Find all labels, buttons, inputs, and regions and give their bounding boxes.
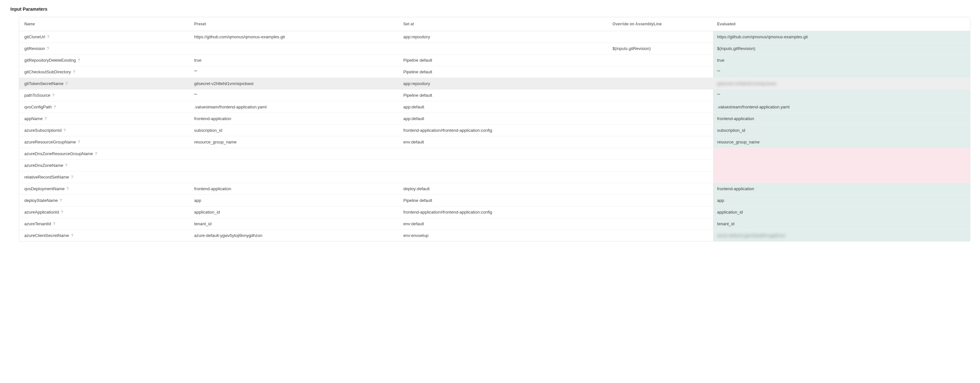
cell-name: gitTokenSecretName?	[19, 78, 190, 89]
table-header-row: Name Preset Set at Override on AssemblyL…	[19, 17, 970, 31]
parameters-table-wrapper: Name Preset Set at Override on AssemblyL…	[19, 17, 970, 241]
cell-name: gitCheckoutSubDirectory?	[19, 66, 190, 78]
cell-preset: app	[190, 195, 399, 206]
help-icon[interactable]: ?	[71, 233, 73, 238]
table-row: azureSubscriptionId?subscription_idfront…	[19, 124, 970, 136]
cell-evaluated	[713, 148, 970, 160]
cell-setat: Pipeline default	[399, 89, 609, 101]
cell-name: azureTenantId?	[19, 218, 190, 230]
cell-preset: frontend-application	[190, 183, 399, 195]
cell-setat: frontend-application#frontend-applicatio…	[399, 206, 609, 218]
cell-preset: https://github.com/qmonus/qmonus-example…	[190, 31, 399, 43]
help-icon[interactable]: ?	[45, 116, 47, 121]
cell-preset: true	[190, 54, 399, 66]
cell-name: appName?	[19, 113, 190, 124]
help-icon[interactable]: ?	[73, 70, 75, 74]
param-name: azureTenantId	[24, 221, 51, 226]
help-icon[interactable]: ?	[71, 175, 73, 179]
cell-name: gitRepositoryDeleteExisting?	[19, 54, 190, 66]
cell-override	[609, 66, 713, 78]
param-name: relativeRecordSetName	[24, 175, 69, 179]
col-header-preset: Preset	[190, 17, 399, 31]
param-name: qvsDeploymentName	[24, 186, 65, 191]
cell-override	[609, 113, 713, 124]
param-name: azureSubscriptionId	[24, 128, 62, 133]
cell-name: gitRevision?	[19, 43, 190, 54]
help-icon[interactable]: ?	[78, 58, 80, 63]
cell-override	[609, 31, 713, 43]
cell-setat: app:repository	[399, 31, 609, 43]
table-row: azureDnsZoneName?	[19, 160, 970, 171]
cell-override	[609, 230, 713, 241]
help-icon[interactable]: ?	[54, 105, 56, 109]
cell-override	[609, 218, 713, 230]
cell-preset	[190, 171, 399, 183]
evaluated-value: ""	[717, 93, 720, 98]
cell-preset	[190, 148, 399, 160]
help-icon[interactable]: ?	[67, 187, 69, 191]
param-name: appName	[24, 116, 43, 121]
cell-preset: ""	[190, 89, 399, 101]
cell-override	[609, 195, 713, 206]
cell-evaluated	[713, 171, 970, 183]
cell-name: azureApplicationId?	[19, 206, 190, 218]
help-icon[interactable]: ?	[64, 128, 66, 133]
help-icon[interactable]: ?	[78, 140, 80, 144]
cell-override	[609, 160, 713, 171]
param-name: azureDnsZoneResourceGroupName	[24, 151, 93, 156]
help-icon[interactable]: ?	[65, 163, 67, 168]
table-row: pathToSource?""Pipeline default""	[19, 89, 970, 101]
help-icon[interactable]: ?	[53, 222, 55, 226]
help-icon[interactable]: ?	[60, 198, 62, 203]
table-row: appName?frontend-applicationapp:defaultf…	[19, 113, 970, 124]
evaluated-value: ""	[717, 69, 720, 74]
evaluated-value: $(inputs.gitRevision)	[717, 46, 755, 51]
cell-name: qvsDeploymentName?	[19, 183, 190, 195]
cell-name: pathToSource?	[19, 89, 190, 101]
table-row: gitRevision?$(inputs.gitRevision)$(input…	[19, 43, 970, 54]
cell-setat: Pipeline default	[399, 195, 609, 206]
cell-name: gitCloneUrl?	[19, 31, 190, 43]
cell-name: azureSubscriptionId?	[19, 124, 190, 136]
cell-setat: env:envsetup	[399, 230, 609, 241]
cell-evaluated: https://github.com/qmonus/qmonus-example…	[713, 31, 970, 43]
param-name: gitCheckoutSubDirectory	[24, 69, 71, 74]
cell-evaluated	[713, 160, 970, 171]
col-header-evaluated: Evaluated	[713, 17, 970, 31]
cell-evaluated: application_id	[713, 206, 970, 218]
cell-preset: .valuestream/frontend-application.yaml	[190, 101, 399, 113]
table-row: azureApplicationId?application_idfronten…	[19, 206, 970, 218]
help-icon[interactable]: ?	[47, 46, 49, 51]
param-name: qvsConfigPath	[24, 105, 52, 109]
cell-setat: app:default	[399, 113, 609, 124]
param-name: azureResourceGroupName	[24, 140, 76, 144]
cell-evaluated: gitsecret-v2h8ehil1vnmiqvckwoi	[713, 78, 970, 89]
evaluated-value: https://github.com/qmonus/qmonus-example…	[717, 34, 808, 39]
cell-name: relativeRecordSetName?	[19, 171, 190, 183]
param-name: azureDnsZoneName	[24, 163, 63, 168]
help-icon[interactable]: ?	[61, 210, 63, 215]
evaluated-value: application_id	[717, 210, 743, 215]
cell-setat: app:repository	[399, 78, 609, 89]
cell-preset: subscription_id	[190, 124, 399, 136]
cell-preset: application_id	[190, 206, 399, 218]
evaluated-value: true	[717, 58, 724, 63]
cell-setat	[399, 43, 609, 54]
help-icon[interactable]: ?	[65, 81, 68, 86]
evaluated-value: frontend-application	[717, 186, 754, 191]
table-row: qvsConfigPath?.valuestream/frontend-appl…	[19, 101, 970, 113]
cell-setat: Pipeline default	[399, 66, 609, 78]
help-icon[interactable]: ?	[52, 93, 54, 98]
cell-override	[609, 54, 713, 66]
cell-evaluated: subscription_id	[713, 124, 970, 136]
help-icon[interactable]: ?	[95, 152, 97, 156]
cell-evaluated: app	[713, 195, 970, 206]
cell-override: $(inputs.gitRevision)	[609, 43, 713, 54]
table-row: gitCloneUrl?https://github.com/qmonus/qm…	[19, 31, 970, 43]
cell-name: deployStateName?	[19, 195, 190, 206]
cell-override	[609, 101, 713, 113]
table-row: azureClientSecretName?azure-default-ygwv…	[19, 230, 970, 241]
help-icon[interactable]: ?	[47, 35, 49, 39]
cell-preset: resource_group_name	[190, 136, 399, 148]
evaluated-value: tenant_id	[717, 221, 735, 226]
